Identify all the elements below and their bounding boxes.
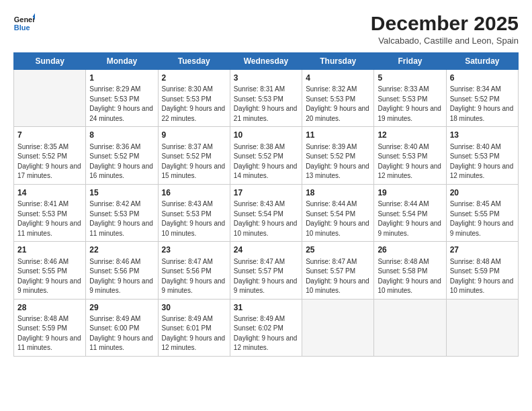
day-detail: Sunrise: 8:48 AMSunset: 5:58 PMDaylight:… [378,257,442,296]
day-cell: 17Sunrise: 8:43 AMSunset: 5:54 PMDayligh… [230,184,302,241]
day-number: 1 [89,73,154,84]
col-header-monday: Monday [86,53,158,70]
header: General Blue December 2025 Valcabado, Ca… [13,12,519,46]
day-detail: Sunrise: 8:34 AMSunset: 5:52 PMDaylight:… [450,85,515,124]
day-number: 27 [450,244,515,256]
day-number: 4 [306,73,370,84]
day-cell: 18Sunrise: 8:44 AMSunset: 5:54 PMDayligh… [302,184,374,241]
day-detail: Sunrise: 8:43 AMSunset: 5:53 PMDaylight:… [162,199,226,238]
day-number: 12 [378,130,442,141]
day-detail: Sunrise: 8:42 AMSunset: 5:53 PMDaylight:… [89,199,154,238]
day-detail: Sunrise: 8:46 AMSunset: 5:55 PMDaylight:… [17,257,82,296]
day-number: 16 [162,187,226,199]
day-number: 23 [162,244,226,256]
day-detail: Sunrise: 8:29 AMSunset: 5:53 PMDaylight:… [89,85,154,124]
col-header-wednesday: Wednesday [230,53,302,70]
day-detail: Sunrise: 8:33 AMSunset: 5:53 PMDaylight:… [378,85,442,124]
day-number: 6 [450,73,515,84]
day-detail: Sunrise: 8:45 AMSunset: 5:55 PMDaylight:… [450,199,515,238]
day-detail: Sunrise: 8:41 AMSunset: 5:53 PMDaylight:… [17,199,82,238]
day-detail: Sunrise: 8:49 AMSunset: 6:02 PMDaylight:… [234,314,298,353]
day-number: 7 [17,130,82,141]
day-cell: 2Sunrise: 8:30 AMSunset: 5:53 PMDaylight… [158,70,230,127]
col-header-friday: Friday [374,53,446,70]
day-cell: 16Sunrise: 8:43 AMSunset: 5:53 PMDayligh… [158,184,230,241]
day-detail: Sunrise: 8:39 AMSunset: 5:52 PMDaylight:… [306,142,370,181]
day-cell: 14Sunrise: 8:41 AMSunset: 5:53 PMDayligh… [14,184,86,241]
day-number: 3 [234,73,298,84]
col-header-saturday: Saturday [446,53,518,70]
day-cell: 30Sunrise: 8:49 AMSunset: 6:01 PMDayligh… [158,299,230,356]
day-detail: Sunrise: 8:48 AMSunset: 5:59 PMDaylight:… [17,314,82,353]
day-detail: Sunrise: 8:32 AMSunset: 5:53 PMDaylight:… [306,85,370,124]
day-cell: 3Sunrise: 8:31 AMSunset: 5:53 PMDaylight… [230,70,302,127]
day-cell: 5Sunrise: 8:33 AMSunset: 5:53 PMDaylight… [374,70,446,127]
day-cell: 29Sunrise: 8:49 AMSunset: 6:00 PMDayligh… [86,299,158,356]
svg-text:Blue: Blue [14,24,30,32]
day-number: 29 [89,302,154,314]
day-cell: 11Sunrise: 8:39 AMSunset: 5:52 PMDayligh… [302,127,374,184]
day-detail: Sunrise: 8:49 AMSunset: 6:00 PMDaylight:… [89,314,154,353]
day-cell: 26Sunrise: 8:48 AMSunset: 5:58 PMDayligh… [374,242,446,299]
day-detail: Sunrise: 8:44 AMSunset: 5:54 PMDaylight:… [306,199,370,238]
day-detail: Sunrise: 8:47 AMSunset: 5:56 PMDaylight:… [162,257,226,296]
day-cell: 6Sunrise: 8:34 AMSunset: 5:52 PMDaylight… [446,70,518,127]
day-number: 22 [89,244,154,256]
day-number: 19 [378,187,442,199]
day-number: 18 [306,187,370,199]
day-cell: 9Sunrise: 8:37 AMSunset: 5:52 PMDaylight… [158,127,230,184]
col-header-tuesday: Tuesday [158,53,230,70]
day-cell: 4Sunrise: 8:32 AMSunset: 5:53 PMDaylight… [302,70,374,127]
day-cell [302,299,374,356]
day-detail: Sunrise: 8:47 AMSunset: 5:57 PMDaylight:… [306,257,370,296]
day-cell: 22Sunrise: 8:46 AMSunset: 5:56 PMDayligh… [86,242,158,299]
day-number: 31 [234,302,298,314]
day-detail: Sunrise: 8:31 AMSunset: 5:53 PMDaylight:… [234,85,298,124]
day-detail: Sunrise: 8:46 AMSunset: 5:56 PMDaylight:… [89,257,154,296]
day-number: 2 [162,73,226,84]
day-number: 25 [306,244,370,256]
day-cell: 7Sunrise: 8:35 AMSunset: 5:52 PMDaylight… [14,127,86,184]
day-number: 8 [89,130,154,141]
week-row-4: 28Sunrise: 8:48 AMSunset: 5:59 PMDayligh… [14,299,519,356]
day-cell: 8Sunrise: 8:36 AMSunset: 5:52 PMDaylight… [86,127,158,184]
month-title: December 2025 [371,12,519,34]
day-cell [14,70,86,127]
week-row-2: 14Sunrise: 8:41 AMSunset: 5:53 PMDayligh… [14,184,519,241]
day-number: 13 [450,130,515,141]
week-row-0: 1Sunrise: 8:29 AMSunset: 5:53 PMDaylight… [14,70,519,127]
day-cell: 28Sunrise: 8:48 AMSunset: 5:59 PMDayligh… [14,299,86,356]
day-cell [374,299,446,356]
day-cell [446,299,518,356]
logo-icon: General Blue [13,12,35,34]
day-cell: 23Sunrise: 8:47 AMSunset: 5:56 PMDayligh… [158,242,230,299]
day-detail: Sunrise: 8:30 AMSunset: 5:53 PMDaylight:… [162,85,226,124]
day-detail: Sunrise: 8:44 AMSunset: 5:54 PMDaylight:… [378,199,442,238]
week-row-1: 7Sunrise: 8:35 AMSunset: 5:52 PMDaylight… [14,127,519,184]
day-detail: Sunrise: 8:37 AMSunset: 5:52 PMDaylight:… [162,142,226,181]
logo: General Blue [13,12,35,34]
day-cell: 20Sunrise: 8:45 AMSunset: 5:55 PMDayligh… [446,184,518,241]
day-detail: Sunrise: 8:43 AMSunset: 5:54 PMDaylight:… [234,199,298,238]
day-number: 21 [17,244,82,256]
day-detail: Sunrise: 8:35 AMSunset: 5:52 PMDaylight:… [17,142,82,181]
day-number: 10 [234,130,298,141]
day-number: 9 [162,130,226,141]
page: General Blue December 2025 Valcabado, Ca… [0,0,532,411]
day-number: 24 [234,244,298,256]
day-cell: 21Sunrise: 8:46 AMSunset: 5:55 PMDayligh… [14,242,86,299]
day-cell: 1Sunrise: 8:29 AMSunset: 5:53 PMDaylight… [86,70,158,127]
day-number: 28 [17,302,82,314]
day-number: 5 [378,73,442,84]
day-detail: Sunrise: 8:48 AMSunset: 5:59 PMDaylight:… [450,257,515,296]
day-number: 20 [450,187,515,199]
day-number: 30 [162,302,226,314]
day-cell: 31Sunrise: 8:49 AMSunset: 6:02 PMDayligh… [230,299,302,356]
header-row: SundayMondayTuesdayWednesdayThursdayFrid… [14,53,519,70]
calendar-table: SundayMondayTuesdayWednesdayThursdayFrid… [13,52,519,357]
day-cell: 27Sunrise: 8:48 AMSunset: 5:59 PMDayligh… [446,242,518,299]
day-cell: 10Sunrise: 8:38 AMSunset: 5:52 PMDayligh… [230,127,302,184]
svg-text:General: General [14,15,35,24]
day-number: 26 [378,244,442,256]
day-number: 15 [89,187,154,199]
